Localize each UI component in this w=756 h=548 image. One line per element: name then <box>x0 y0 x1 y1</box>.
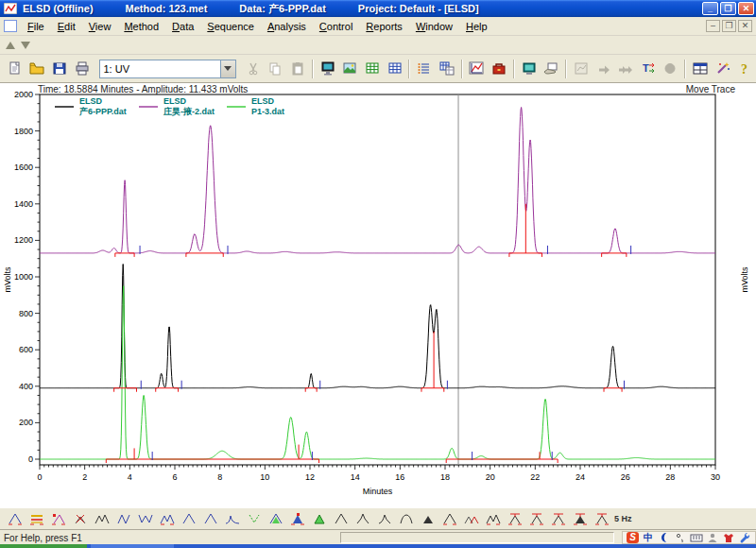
small-peak-icon[interactable] <box>330 509 352 529</box>
save-icon[interactable] <box>48 58 71 80</box>
taskbar-button-edge[interactable] <box>91 544 174 548</box>
split-peak-icon[interactable] <box>460 509 482 529</box>
round-peak-icon[interactable] <box>395 509 417 529</box>
start-button-edge[interactable] <box>0 544 87 548</box>
rider-peak-icon[interactable] <box>373 509 395 529</box>
min-peak-icon[interactable] <box>438 509 460 529</box>
trace-3[interactable] <box>40 286 715 459</box>
punctuation-icon[interactable] <box>674 532 687 543</box>
force-baseline-icon[interactable] <box>547 509 569 529</box>
chevron-down-icon[interactable] <box>220 60 235 77</box>
channel-select-value: 1: UV <box>100 63 220 75</box>
threshold-lines-icon[interactable] <box>26 509 47 529</box>
integration-toolbar: 5 Hz <box>0 507 756 530</box>
zigzag-icon[interactable] <box>112 509 134 529</box>
help-icon[interactable]: ? <box>733 58 756 80</box>
acquisition-monitor-icon[interactable] <box>518 58 541 80</box>
fill-baseline-icon[interactable] <box>569 509 591 529</box>
mdi-minimize-button[interactable]: – <box>706 20 720 32</box>
trace-2[interactable] <box>40 265 715 388</box>
negative-peak-icon[interactable] <box>243 509 265 529</box>
y-tick-label: 2000 <box>14 90 33 99</box>
skin-icon[interactable] <box>722 532 735 543</box>
svg-text:T: T <box>643 62 649 74</box>
area-peak-icon[interactable] <box>417 509 438 529</box>
trace-up-button[interactable] <box>3 38 18 53</box>
y-tick-label: 1200 <box>14 235 33 245</box>
fill-peak-icon[interactable] <box>286 509 308 529</box>
settings-wrench-icon[interactable] <box>738 532 751 543</box>
system-suitability-icon[interactable] <box>317 58 339 80</box>
sogou-icon[interactable]: S <box>627 532 639 543</box>
chromatogram-plot[interactable]: 0200400600800100012001400160018002000024… <box>0 83 756 507</box>
menu-control[interactable]: Control <box>313 18 359 35</box>
trace-annotate-icon[interactable]: T <box>637 58 660 80</box>
title-data: Data: 产6-PPP.dat <box>239 2 326 16</box>
menu-method[interactable]: Method <box>117 18 165 35</box>
menu-sequence[interactable]: Sequence <box>200 18 261 35</box>
wizard-icon[interactable] <box>712 58 734 80</box>
double-peak-icon[interactable] <box>91 509 112 529</box>
window-layout-icon[interactable] <box>689 58 712 80</box>
x-tick-label: 8 <box>217 472 222 482</box>
menu-edit[interactable]: Edit <box>51 18 82 35</box>
mdi-child-icon[interactable] <box>4 20 17 32</box>
menu-view[interactable]: View <box>82 18 118 35</box>
chromatogram-panel[interactable]: Time: 18.5884 Minutes - Amplitude: 11.43… <box>0 83 756 507</box>
peak-flag-icon[interactable] <box>47 509 69 529</box>
menu-help[interactable]: Help <box>459 18 494 35</box>
single-run-icon <box>593 58 615 80</box>
peaks-table-icon[interactable] <box>384 58 406 80</box>
valley-icon[interactable] <box>134 509 156 529</box>
copy-table-icon[interactable] <box>436 58 458 80</box>
wide-peak-icon[interactable] <box>199 509 221 529</box>
channel-select[interactable]: 1: UV <box>99 60 236 78</box>
menu-reports[interactable]: Reports <box>359 18 409 35</box>
tailing-peak-icon[interactable] <box>221 509 243 529</box>
status-help-text: For Help, press F1 <box>0 533 340 543</box>
results-table-icon[interactable] <box>361 58 384 80</box>
legend-detector: ELSD <box>163 96 187 106</box>
tangent-skim-icon[interactable] <box>504 509 525 529</box>
restore-button[interactable]: ❐ <box>720 2 736 15</box>
mark-peak-icon[interactable] <box>482 509 504 529</box>
preview-icon[interactable] <box>338 58 361 80</box>
title-bar: ELSD (Offline) Method: 123.met Data: 产6-… <box>0 0 756 17</box>
user-lexicon-icon[interactable] <box>706 532 719 543</box>
wide-baseline-icon[interactable] <box>591 509 612 529</box>
y-tick-label: 600 <box>19 345 33 354</box>
toolbar-separator <box>461 60 463 78</box>
manual-inject-icon[interactable] <box>540 58 562 80</box>
print-icon[interactable] <box>71 58 94 80</box>
integrate-peak-icon[interactable] <box>4 509 26 529</box>
method-toolbox-icon[interactable] <box>488 58 510 80</box>
calibration-curve-icon[interactable] <box>466 58 489 80</box>
spike-icon[interactable] <box>352 509 373 529</box>
y-tick-label: 1600 <box>14 163 33 172</box>
chinese-mode-icon[interactable]: 中 <box>642 532 655 543</box>
batch-run-icon <box>614 58 637 80</box>
menu-data[interactable]: Data <box>165 18 200 35</box>
shoulder-peak-icon[interactable] <box>308 509 330 529</box>
reject-peak-icon[interactable] <box>69 509 91 529</box>
peak-icon[interactable] <box>178 509 199 529</box>
menu-file[interactable]: File <box>21 18 51 35</box>
merged-peaks-icon[interactable] <box>156 509 178 529</box>
mdi-restore-button[interactable]: ❐ <box>722 20 736 32</box>
toolbar-separator <box>565 60 567 78</box>
new-icon[interactable] <box>4 58 26 80</box>
close-button[interactable]: ✕ <box>738 2 754 15</box>
solvent-peak-icon[interactable] <box>265 509 286 529</box>
trace-down-button[interactable] <box>18 38 33 53</box>
sample-rate-label: 5 Hz <box>614 514 632 523</box>
menu-analysis[interactable]: Analysis <box>261 18 313 35</box>
trace-1[interactable] <box>40 108 715 253</box>
skim-drop-icon[interactable] <box>525 509 547 529</box>
open-icon[interactable] <box>26 58 49 80</box>
minimize-button[interactable]: _ <box>702 2 718 15</box>
fullwidth-moon-icon[interactable] <box>658 532 671 543</box>
soft-keyboard-icon[interactable] <box>690 532 703 543</box>
sequence-list-icon[interactable] <box>413 58 436 80</box>
mdi-close-button[interactable]: ✕ <box>738 20 752 32</box>
menu-window[interactable]: Window <box>409 18 459 35</box>
